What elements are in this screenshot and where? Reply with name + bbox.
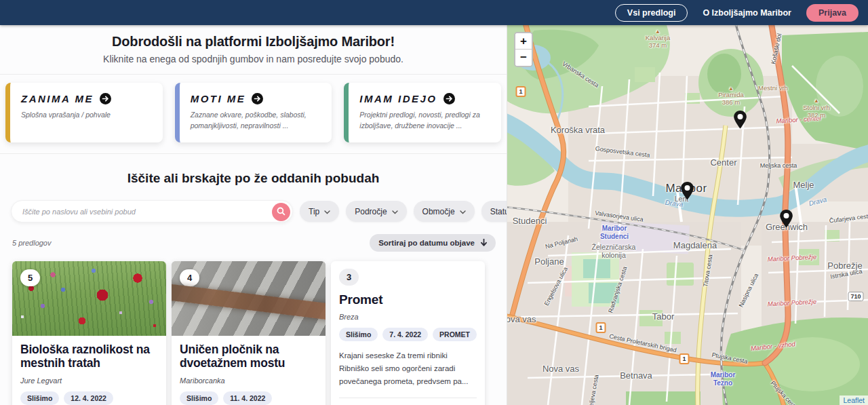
map-label: Nova vas [542, 364, 579, 374]
proposal-card[interactable]: 4 Uničen pločnik na dvoetažnem mostu Mar… [172, 261, 326, 405]
map-label: Kardeljeva cesta [585, 374, 600, 405]
search-box [11, 200, 293, 223]
map-label: Košaški dol [770, 33, 783, 64]
map-label: Ptujska cesta [769, 380, 799, 405]
map-label: Gosposvetska cesta [595, 145, 650, 159]
status-badge: Slišimo [180, 391, 218, 405]
map-label: Tabor [652, 312, 675, 322]
map-label: Titova cesta [702, 254, 714, 287]
map-label: Stolni vrh [803, 104, 830, 112]
map-overlay: Koroška vrataCenterMariborLentMeljeGreen… [507, 25, 868, 405]
filter-label: Območje [422, 207, 455, 216]
date-badge: 7. 4. 2022 [382, 328, 428, 341]
cta-label: IMAM IDEJO [359, 93, 437, 104]
proposal-title[interactable]: Uničen pločnik na dvoetažnem mostu [180, 343, 317, 370]
filter-tip[interactable]: Tip [300, 201, 339, 222]
map-label: Center [710, 158, 736, 168]
status-badge: Slišimo [20, 391, 59, 405]
map-marker[interactable] [733, 110, 747, 130]
prijava-button[interactable]: Prijava [806, 4, 859, 22]
filter-label: Področje [355, 207, 387, 216]
map-marker[interactable] [779, 209, 793, 229]
map-label: Pobrežje [827, 261, 862, 271]
zoom-in-button[interactable]: + [515, 33, 532, 50]
page-subtitle: Kliknite na enega od spodnjih gumbov in … [7, 54, 500, 64]
map-label: Kalvarija [646, 35, 670, 42]
proposal-card[interactable]: 3 Promet Breza Slišimo 7. 4. 2022 PROMET… [331, 261, 485, 405]
road-shield: 1 [515, 86, 526, 97]
cta-row: ZANIMA ME Splošna vprašanja / pohvale MO… [0, 75, 507, 154]
search-button[interactable] [272, 203, 290, 221]
map-label: Drava [808, 195, 828, 208]
map[interactable]: Koroška vrataCenterMariborLentMeljeGreen… [507, 25, 868, 405]
filter-label: Status [490, 207, 507, 216]
map-label: ▲ [655, 28, 660, 35]
cta-card-moti-me[interactable]: MOTI ME Zaznane okvare, poškodbe, slabos… [175, 83, 332, 142]
map-label: Poljane [534, 257, 564, 267]
date-badge: 11. 4. 2022 [223, 391, 272, 405]
arrow-circle-icon [443, 93, 455, 104]
proposal-excerpt: Krajani seseske Za tremi ribniki Ribnišk… [339, 349, 477, 388]
map-label: Maribor Pobrežje [768, 254, 817, 264]
search-row: Tip Področje Območje Status [0, 200, 507, 223]
cta-label: MOTI ME [191, 93, 246, 104]
road-shield: 1 [679, 353, 689, 364]
search-icon [277, 207, 285, 218]
map-zoom-control: + − [514, 32, 533, 67]
vote-badge: 3 [339, 269, 359, 286]
map-label: Meljska cesta [760, 162, 797, 169]
proposal-author: Mariborcanka [180, 377, 317, 385]
date-badge: 12. 4. 2022 [64, 391, 113, 405]
status-badge: Slišimo [339, 328, 378, 341]
cta-label: ZANIMA ME [21, 93, 94, 104]
map-label: Melje [793, 180, 814, 191]
filter-podrocje[interactable]: Področje [346, 201, 406, 222]
filter-obmocje[interactable]: Območje [414, 201, 475, 222]
map-marker[interactable] [680, 181, 694, 201]
road-shield: 1 [595, 322, 606, 333]
map-label: Betnava [620, 371, 652, 381]
map-label: ▲ [728, 85, 734, 92]
sort-button[interactable]: Sortiraj po datumu objave [370, 234, 496, 252]
welcome-section: Dobrodošli na platformi Izboljšajmo Mari… [0, 25, 507, 75]
map-label: 386 m [722, 99, 740, 107]
proposal-card[interactable]: 5 Biološka raznolikost na mestnih tratah… [12, 261, 166, 405]
map-label: Mestni vrh [758, 85, 788, 92]
map-label: Piramida [718, 92, 744, 99]
arrow-circle-icon [100, 93, 111, 104]
map-label: Cesta Proletarskih brigad [608, 332, 677, 353]
leaflet-link[interactable]: Leaflet [843, 396, 865, 404]
road-shield: 710 [848, 292, 863, 301]
sort-label: Sortiraj po datumu objave [378, 239, 475, 247]
map-label: Ptujska cesta [711, 351, 749, 365]
vsi-predlogi-button[interactable]: Vsi predlogi [615, 4, 688, 22]
map-label: 382 m [808, 112, 825, 119]
main-layout: Dobrodošli na platformi Izboljšajmo Mari… [0, 25, 868, 405]
search-input[interactable] [12, 201, 292, 222]
map-label: Vrbanska cesta [561, 60, 599, 89]
map-label: ▲ [814, 98, 819, 104]
page-title: Dobrodošli na platformi Izboljšajmo Mari… [7, 34, 500, 50]
map-label: Radvanjska cesta [607, 266, 629, 314]
map-label: Borova vas [507, 315, 536, 325]
content-panel: Dobrodošli na platformi Izboljšajmo Mari… [0, 25, 507, 405]
map-label: Nasipna ulica [738, 272, 760, 308]
map-label: Maribor - center [776, 115, 822, 126]
about-link[interactable]: O Izboljšajmo Maribor [703, 8, 791, 18]
zoom-out-button[interactable]: − [515, 50, 532, 66]
cta-card-imam-idejo[interactable]: IMAM IDEJO Projektni predlogi, novosti, … [344, 83, 501, 142]
top-navbar: Vsi predlogi O Izboljšajmo Maribor Prija… [0, 0, 868, 25]
chevron-down-icon [324, 207, 330, 216]
map-label: Maribor Tezno [711, 371, 736, 387]
map-label: Maribor Studenci [600, 225, 629, 240]
proposal-title[interactable]: Promet [339, 292, 477, 307]
map-label: Magdalena [673, 241, 717, 251]
cta-card-zanima-me[interactable]: ZANIMA ME Splošna vprašanja / pohvale [5, 83, 163, 142]
filter-status[interactable]: Status [481, 201, 507, 222]
proposal-title[interactable]: Biološka raznolikost na mestnih tratah [20, 343, 158, 370]
chevron-down-icon [460, 207, 466, 216]
map-attribution: Leaflet [840, 396, 868, 405]
cta-description: Projektni predlogi, novosti, predlogi za… [359, 110, 490, 132]
map-label: Koroška vrata [551, 126, 605, 136]
arrow-down-icon [481, 239, 487, 248]
